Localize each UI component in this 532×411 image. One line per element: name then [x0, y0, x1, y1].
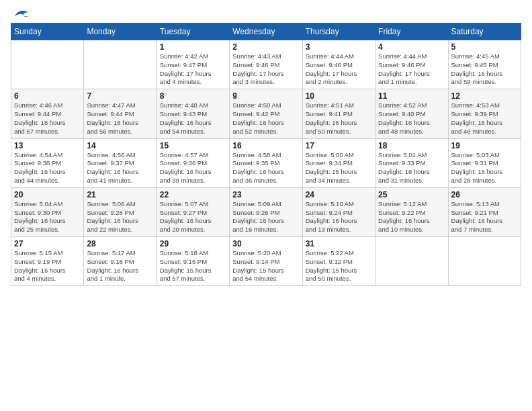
day-info: Sunrise: 4:51 AM Sunset: 9:41 PM Dayligh…	[306, 101, 372, 136]
page: SundayMondayTuesdayWednesdayThursdayFrid…	[0, 0, 532, 411]
day-number: 8	[160, 91, 226, 101]
weekday-header-sunday: Sunday	[11, 24, 84, 40]
day-info: Sunrise: 4:44 AM Sunset: 9:46 PM Dayligh…	[306, 52, 372, 87]
day-info: Sunrise: 5:03 AM Sunset: 9:31 PM Dayligh…	[451, 151, 518, 185]
weekday-header-wednesday: Wednesday	[230, 24, 302, 40]
weekday-header-saturday: Saturday	[448, 24, 521, 40]
calendar-cell: 22Sunrise: 5:07 AM Sunset: 9:27 PM Dayli…	[157, 187, 229, 236]
header	[11, 8, 521, 17]
calendar-cell: 26Sunrise: 5:13 AM Sunset: 9:21 PM Dayli…	[448, 187, 521, 236]
weekday-header-thursday: Thursday	[302, 24, 375, 40]
day-number: 6	[14, 91, 81, 101]
day-number: 17	[306, 141, 372, 150]
day-info: Sunrise: 5:10 AM Sunset: 9:24 PM Dayligh…	[306, 200, 372, 234]
day-number: 16	[232, 141, 299, 150]
calendar-week-row: 27Sunrise: 5:15 AM Sunset: 9:19 PM Dayli…	[11, 237, 521, 286]
day-info: Sunrise: 5:01 AM Sunset: 9:33 PM Dayligh…	[378, 151, 445, 185]
weekday-header-monday: Monday	[84, 24, 157, 40]
day-number: 20	[14, 190, 81, 199]
day-info: Sunrise: 5:06 AM Sunset: 9:28 PM Dayligh…	[87, 200, 153, 234]
day-number: 3	[306, 42, 372, 52]
calendar-cell: 10Sunrise: 4:51 AM Sunset: 9:41 PM Dayli…	[302, 89, 375, 138]
day-info: Sunrise: 5:20 AM Sunset: 9:14 PM Dayligh…	[232, 249, 299, 283]
calendar-cell: 29Sunrise: 5:18 AM Sunset: 9:16 PM Dayli…	[157, 237, 229, 286]
day-number: 13	[14, 141, 81, 150]
day-info: Sunrise: 4:52 AM Sunset: 9:40 PM Dayligh…	[378, 101, 445, 136]
day-number: 19	[451, 141, 518, 150]
calendar-cell: 30Sunrise: 5:20 AM Sunset: 9:14 PM Dayli…	[230, 237, 302, 286]
calendar-table: SundayMondayTuesdayWednesdayThursdayFrid…	[11, 23, 521, 286]
day-info: Sunrise: 5:15 AM Sunset: 9:19 PM Dayligh…	[14, 249, 81, 283]
weekday-header-row: SundayMondayTuesdayWednesdayThursdayFrid…	[11, 24, 521, 40]
logo-bird-icon	[13, 8, 30, 20]
day-info: Sunrise: 4:45 AM Sunset: 9:45 PM Dayligh…	[451, 52, 518, 87]
day-info: Sunrise: 4:57 AM Sunset: 9:36 PM Dayligh…	[160, 151, 226, 185]
calendar-cell	[84, 40, 157, 89]
day-info: Sunrise: 4:46 AM Sunset: 9:44 PM Dayligh…	[14, 101, 81, 136]
day-number: 22	[160, 190, 226, 199]
day-number: 9	[232, 91, 299, 101]
calendar-week-row: 6Sunrise: 4:46 AM Sunset: 9:44 PM Daylig…	[11, 89, 521, 138]
day-number: 24	[306, 190, 372, 199]
calendar-cell: 14Sunrise: 4:56 AM Sunset: 9:37 PM Dayli…	[84, 138, 157, 187]
day-number: 10	[306, 91, 372, 101]
day-info: Sunrise: 5:00 AM Sunset: 9:34 PM Dayligh…	[306, 151, 372, 185]
day-number: 23	[232, 190, 299, 199]
weekday-header-tuesday: Tuesday	[157, 24, 229, 40]
day-info: Sunrise: 4:44 AM Sunset: 9:46 PM Dayligh…	[378, 52, 445, 87]
day-number: 2	[232, 42, 299, 52]
calendar-cell: 20Sunrise: 5:04 AM Sunset: 9:30 PM Dayli…	[11, 187, 84, 236]
calendar-cell: 5Sunrise: 4:45 AM Sunset: 9:45 PM Daylig…	[448, 40, 521, 89]
calendar-cell: 6Sunrise: 4:46 AM Sunset: 9:44 PM Daylig…	[11, 89, 84, 138]
calendar-cell: 25Sunrise: 5:12 AM Sunset: 9:22 PM Dayli…	[375, 187, 448, 236]
day-info: Sunrise: 5:13 AM Sunset: 9:21 PM Dayligh…	[451, 200, 518, 234]
calendar-cell: 17Sunrise: 5:00 AM Sunset: 9:34 PM Dayli…	[302, 138, 375, 187]
day-info: Sunrise: 4:48 AM Sunset: 9:43 PM Dayligh…	[160, 101, 226, 136]
day-info: Sunrise: 5:22 AM Sunset: 9:12 PM Dayligh…	[306, 249, 372, 283]
calendar-cell: 1Sunrise: 4:42 AM Sunset: 9:47 PM Daylig…	[157, 40, 229, 89]
day-number: 4	[378, 42, 445, 52]
calendar-cell: 13Sunrise: 4:54 AM Sunset: 9:38 PM Dayli…	[11, 138, 84, 187]
calendar-cell: 9Sunrise: 4:50 AM Sunset: 9:42 PM Daylig…	[230, 89, 302, 138]
calendar-cell: 12Sunrise: 4:53 AM Sunset: 9:39 PM Dayli…	[448, 89, 521, 138]
calendar-cell: 15Sunrise: 4:57 AM Sunset: 9:36 PM Dayli…	[157, 138, 229, 187]
calendar-cell: 4Sunrise: 4:44 AM Sunset: 9:46 PM Daylig…	[375, 40, 448, 89]
day-info: Sunrise: 4:54 AM Sunset: 9:38 PM Dayligh…	[14, 151, 81, 185]
weekday-header-friday: Friday	[375, 24, 448, 40]
calendar-cell: 16Sunrise: 4:58 AM Sunset: 9:35 PM Dayli…	[230, 138, 302, 187]
day-number: 26	[451, 190, 518, 199]
day-info: Sunrise: 5:09 AM Sunset: 9:26 PM Dayligh…	[232, 200, 299, 234]
calendar-cell: 27Sunrise: 5:15 AM Sunset: 9:19 PM Dayli…	[11, 237, 84, 286]
calendar-cell: 31Sunrise: 5:22 AM Sunset: 9:12 PM Dayli…	[302, 237, 375, 286]
calendar-cell: 19Sunrise: 5:03 AM Sunset: 9:31 PM Dayli…	[448, 138, 521, 187]
day-number: 29	[160, 239, 226, 248]
calendar-cell: 23Sunrise: 5:09 AM Sunset: 9:26 PM Dayli…	[230, 187, 302, 236]
calendar-cell	[448, 237, 521, 286]
calendar-week-row: 13Sunrise: 4:54 AM Sunset: 9:38 PM Dayli…	[11, 138, 521, 187]
logo	[11, 8, 30, 17]
day-number: 25	[378, 190, 445, 199]
calendar-cell	[11, 40, 84, 89]
day-info: Sunrise: 4:43 AM Sunset: 9:46 PM Dayligh…	[232, 52, 299, 87]
calendar-cell: 21Sunrise: 5:06 AM Sunset: 9:28 PM Dayli…	[84, 187, 157, 236]
calendar-week-row: 20Sunrise: 5:04 AM Sunset: 9:30 PM Dayli…	[11, 187, 521, 236]
day-number: 14	[87, 141, 153, 150]
calendar-cell: 11Sunrise: 4:52 AM Sunset: 9:40 PM Dayli…	[375, 89, 448, 138]
day-number: 11	[378, 91, 445, 101]
day-number: 15	[160, 141, 226, 150]
calendar-week-row: 1Sunrise: 4:42 AM Sunset: 9:47 PM Daylig…	[11, 40, 521, 89]
day-number: 18	[378, 141, 445, 150]
calendar-cell: 28Sunrise: 5:17 AM Sunset: 9:18 PM Dayli…	[84, 237, 157, 286]
day-info: Sunrise: 4:53 AM Sunset: 9:39 PM Dayligh…	[451, 101, 518, 136]
day-number: 1	[160, 42, 226, 52]
day-info: Sunrise: 4:56 AM Sunset: 9:37 PM Dayligh…	[87, 151, 153, 185]
day-number: 27	[14, 239, 81, 248]
calendar-cell: 3Sunrise: 4:44 AM Sunset: 9:46 PM Daylig…	[302, 40, 375, 89]
day-info: Sunrise: 4:50 AM Sunset: 9:42 PM Dayligh…	[232, 101, 299, 136]
calendar-cell	[375, 237, 448, 286]
day-info: Sunrise: 5:18 AM Sunset: 9:16 PM Dayligh…	[160, 249, 226, 283]
day-info: Sunrise: 5:17 AM Sunset: 9:18 PM Dayligh…	[87, 249, 153, 283]
day-info: Sunrise: 5:12 AM Sunset: 9:22 PM Dayligh…	[378, 200, 445, 234]
day-number: 12	[451, 91, 518, 101]
calendar-cell: 18Sunrise: 5:01 AM Sunset: 9:33 PM Dayli…	[375, 138, 448, 187]
